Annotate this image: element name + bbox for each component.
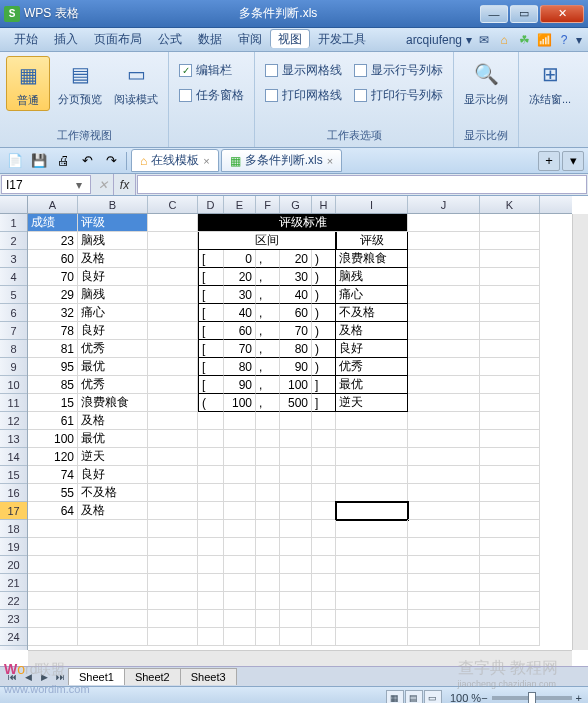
- cell[interactable]: (: [198, 394, 224, 412]
- menu-item[interactable]: 视图: [270, 29, 310, 48]
- row-header[interactable]: 20: [0, 556, 27, 574]
- column-header[interactable]: A: [28, 196, 78, 213]
- cell[interactable]: [480, 538, 540, 556]
- cell[interactable]: 优秀: [78, 340, 148, 358]
- menu-item[interactable]: 公式: [150, 29, 190, 49]
- cell[interactable]: [336, 628, 408, 646]
- cell[interactable]: [148, 502, 198, 520]
- cell[interactable]: [198, 502, 224, 520]
- cell[interactable]: [312, 556, 336, 574]
- cell[interactable]: ,: [256, 322, 280, 340]
- cells-grid[interactable]: 成绩评级评级标准23脑残区间评级60及格[0,20)浪费粮食70良好[20,30…: [28, 214, 572, 650]
- cell[interactable]: [312, 466, 336, 484]
- zoom-button[interactable]: 🔍 显示比例: [460, 56, 512, 109]
- skin-icon[interactable]: ☘: [516, 32, 532, 48]
- cell[interactable]: [480, 466, 540, 484]
- cell[interactable]: 60: [280, 304, 312, 322]
- menu-item[interactable]: 数据: [190, 29, 230, 49]
- cell[interactable]: [312, 502, 336, 520]
- cell[interactable]: [480, 520, 540, 538]
- cell[interactable]: [408, 322, 480, 340]
- row-header[interactable]: 7: [0, 322, 27, 340]
- sheet-tab[interactable]: Sheet2: [124, 668, 181, 685]
- cell[interactable]: 不及格: [78, 484, 148, 502]
- cell[interactable]: 29: [28, 286, 78, 304]
- cell[interactable]: [280, 412, 312, 430]
- cell[interactable]: [256, 412, 280, 430]
- menu-item[interactable]: 插入: [46, 29, 86, 49]
- cell[interactable]: [312, 448, 336, 466]
- cell[interactable]: [280, 592, 312, 610]
- cell[interactable]: [480, 394, 540, 412]
- row-header[interactable]: 22: [0, 592, 27, 610]
- cell[interactable]: ,: [256, 268, 280, 286]
- view-reading-button[interactable]: ▭ 阅读模式: [110, 56, 162, 109]
- cell[interactable]: [408, 448, 480, 466]
- help-icon[interactable]: ?: [556, 32, 572, 48]
- cell[interactable]: [: [198, 250, 224, 268]
- cell[interactable]: [78, 628, 148, 646]
- cell[interactable]: [280, 556, 312, 574]
- cell[interactable]: 74: [28, 466, 78, 484]
- cell[interactable]: [312, 520, 336, 538]
- cell[interactable]: [480, 322, 540, 340]
- cell[interactable]: [480, 412, 540, 430]
- cell[interactable]: [408, 286, 480, 304]
- cell[interactable]: [336, 466, 408, 484]
- cell[interactable]: ,: [256, 286, 280, 304]
- print-icon[interactable]: 🖨: [52, 151, 74, 171]
- cell[interactable]: [148, 520, 198, 538]
- cell[interactable]: 64: [28, 502, 78, 520]
- menu-item[interactable]: 页面布局: [86, 29, 150, 49]
- cell[interactable]: [: [198, 286, 224, 304]
- cell[interactable]: [256, 466, 280, 484]
- cell[interactable]: 良好: [78, 466, 148, 484]
- cell[interactable]: 55: [28, 484, 78, 502]
- cell[interactable]: 区间: [198, 232, 336, 250]
- cell[interactable]: 90: [280, 358, 312, 376]
- row-header[interactable]: 23: [0, 610, 27, 628]
- cell[interactable]: 及格: [78, 502, 148, 520]
- cell[interactable]: ): [312, 286, 336, 304]
- cell[interactable]: [148, 610, 198, 628]
- zoom-in-button[interactable]: +: [576, 692, 582, 704]
- cell[interactable]: [198, 556, 224, 574]
- cell[interactable]: [198, 592, 224, 610]
- cell[interactable]: [148, 394, 198, 412]
- sheet-tab[interactable]: Sheet1: [68, 668, 125, 685]
- column-header[interactable]: I: [336, 196, 408, 213]
- row-header[interactable]: 10: [0, 376, 27, 394]
- row-header[interactable]: 1: [0, 214, 27, 232]
- row-header[interactable]: 5: [0, 286, 27, 304]
- cell[interactable]: [336, 574, 408, 592]
- cell[interactable]: 80: [224, 358, 256, 376]
- column-header[interactable]: C: [148, 196, 198, 213]
- cell[interactable]: 痛心: [78, 304, 148, 322]
- cell[interactable]: 500: [280, 394, 312, 412]
- cell[interactable]: [336, 520, 408, 538]
- cell[interactable]: [280, 538, 312, 556]
- zoom-out-button[interactable]: −: [481, 692, 487, 704]
- name-box[interactable]: I17 ▾: [1, 175, 91, 194]
- cell[interactable]: [480, 430, 540, 448]
- cell[interactable]: [148, 214, 198, 232]
- row-header[interactable]: 3: [0, 250, 27, 268]
- cell[interactable]: 最优: [78, 430, 148, 448]
- cell[interactable]: 15: [28, 394, 78, 412]
- zoom-level[interactable]: 100 %: [450, 692, 481, 704]
- cell[interactable]: [408, 502, 480, 520]
- cell[interactable]: 85: [28, 376, 78, 394]
- zoom-slider[interactable]: [492, 696, 572, 700]
- cell[interactable]: 70: [280, 322, 312, 340]
- cell[interactable]: [224, 628, 256, 646]
- view-pagebreak-button[interactable]: ▤ 分页预览: [54, 56, 106, 109]
- cell[interactable]: 评级标准: [198, 214, 408, 232]
- cell[interactable]: 及格: [78, 250, 148, 268]
- cell[interactable]: [28, 556, 78, 574]
- cell[interactable]: [480, 484, 540, 502]
- cell[interactable]: [224, 466, 256, 484]
- cell[interactable]: [224, 448, 256, 466]
- cell[interactable]: [336, 610, 408, 628]
- row-header[interactable]: 21: [0, 574, 27, 592]
- user-dropdown-icon[interactable]: ▾: [466, 33, 472, 47]
